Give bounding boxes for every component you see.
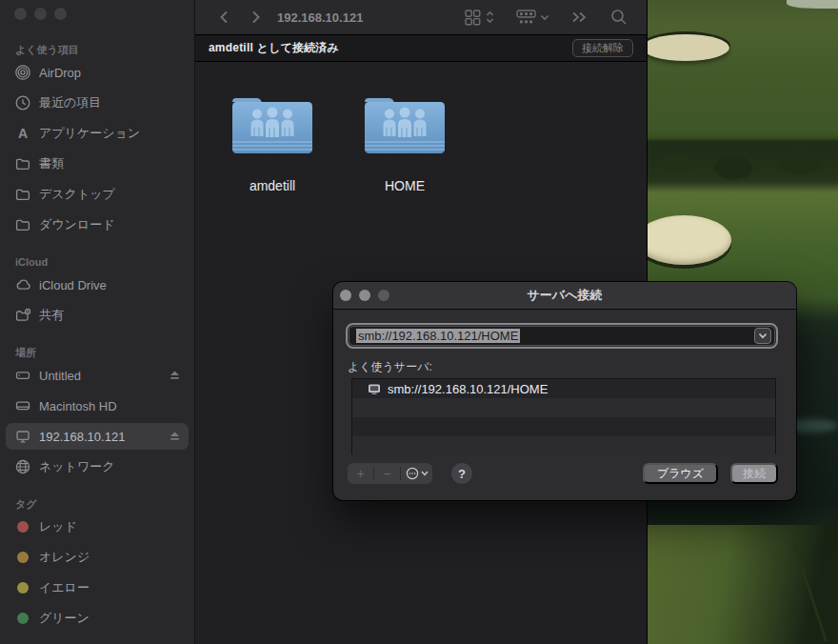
svg-text:A: A: [18, 126, 28, 141]
sidebar-item-label: 共有: [39, 307, 64, 324]
finder-sidebar: よく使う項目 AirDrop 最近の項目 A: [0, 0, 195, 644]
zoom-button[interactable]: [54, 8, 67, 20]
sidebar-section-locations: 場所: [0, 345, 194, 360]
sidebar-item-label: 192.168.10.121: [39, 430, 125, 444]
sidebar-item-tag-orange[interactable]: オレンジ: [6, 542, 189, 573]
help-button[interactable]: ?: [451, 463, 472, 484]
sidebar-item-label: オレンジ: [39, 549, 90, 566]
dialog-controls: + −: [348, 463, 778, 484]
favorite-server-row-empty[interactable]: [352, 436, 775, 455]
sidebar-item-label: Macintosh HD: [39, 399, 117, 413]
sidebar-item-server-192-168-10-121[interactable]: 192.168.10.121: [6, 423, 189, 450]
group-rows-icon: [516, 10, 536, 26]
dialog-body: smb://192.168.10.121/HOME よく使うサーバ:: [333, 310, 796, 500]
globe-icon: [12, 458, 33, 475]
wallpaper-tree-band: [648, 135, 838, 189]
eject-icon[interactable]: [169, 370, 181, 381]
up-down-chevrons-icon: [485, 10, 495, 25]
favorite-server-row[interactable]: smb://192.168.10.121/HOME: [352, 379, 775, 398]
sidebar-item-label: 最近の項目: [39, 94, 101, 111]
dialog-title: サーバへ接続: [333, 287, 796, 304]
view-mode-button[interactable]: [465, 10, 495, 26]
sidebar-item-label: レッド: [39, 518, 77, 535]
search-icon: [610, 9, 628, 26]
chevron-down-icon: [758, 332, 768, 339]
sidebar-item-label: アプリケーション: [39, 125, 140, 142]
sidebar-item-label: iCloud Drive: [39, 278, 107, 292]
remove-server-button[interactable]: −: [374, 463, 400, 484]
server-icon: [368, 383, 381, 395]
sidebar-item-applications[interactable]: A アプリケーション: [6, 118, 189, 149]
sidebar-item-desktop[interactable]: デスクトップ: [6, 179, 189, 210]
connect-button[interactable]: 接続: [730, 463, 778, 484]
airdrop-icon: [12, 64, 33, 81]
sidebar-item-label: デスクトップ: [39, 186, 115, 203]
folder-grid: amdetill: [195, 62, 647, 193]
close-button[interactable]: [340, 290, 351, 301]
favorite-servers-list: smb://192.168.10.121/HOME: [351, 378, 776, 454]
favorite-server-row-empty[interactable]: [352, 417, 775, 436]
folder-icon: [12, 216, 33, 233]
dialog-titlebar: サーバへ接続: [333, 282, 796, 310]
disconnect-button[interactable]: 接続解除: [572, 39, 633, 57]
sidebar-item-label: AirDrop: [39, 66, 81, 80]
more-toolbar-items-button[interactable]: [570, 10, 589, 25]
ellipsis-circle-icon: [406, 467, 419, 480]
internal-drive-icon: [12, 397, 33, 414]
more-options-button[interactable]: [401, 463, 432, 484]
window-title: 192.168.10.121: [277, 10, 363, 25]
sidebar-item-icloud-drive[interactable]: iCloud Drive: [6, 270, 189, 300]
forward-button[interactable]: [247, 9, 264, 26]
sidebar-item-untitled[interactable]: Untitled: [6, 360, 189, 391]
sidebar-item-tag-green[interactable]: グリーン: [6, 603, 189, 634]
back-button[interactable]: [216, 9, 233, 26]
sidebar-item-tag-yellow[interactable]: イエロー: [6, 573, 189, 603]
sidebar-item-label: ネットワーク: [39, 458, 115, 475]
wallpaper-distant-field: [787, 0, 838, 9]
sidebar-item-recents[interactable]: 最近の項目: [6, 88, 189, 118]
connect-to-server-dialog: サーバへ接続 smb://192.168.10.121/HOME よく使うサーバ…: [333, 282, 796, 500]
sidebar-item-documents[interactable]: 書類: [6, 149, 189, 179]
server-address-combobox[interactable]: smb://192.168.10.121/HOME: [349, 326, 775, 346]
eject-icon[interactable]: [169, 431, 181, 442]
sidebar-item-tag-red[interactable]: レッド: [6, 512, 189, 542]
sidebar-item-label: グリーン: [39, 610, 90, 627]
sidebar-section-tags: タグ: [0, 496, 194, 512]
folder-home[interactable]: HOME: [359, 92, 450, 193]
favorite-server-url: smb://192.168.10.121/HOME: [388, 382, 548, 396]
sidebar-item-macintosh-hd[interactable]: Macintosh HD: [6, 391, 189, 421]
shared-folder-icon: [12, 307, 33, 324]
sidebar-item-label: Untitled: [39, 369, 81, 383]
sidebar-item-airdrop[interactable]: AirDrop: [6, 57, 189, 88]
chevron-down-icon: [540, 14, 549, 21]
tag-red-icon: [17, 521, 29, 533]
connection-status-text: amdetill として接続済み: [209, 40, 339, 56]
screen: よく使う項目 AirDrop 最近の項目 A: [0, 0, 838, 644]
search-button[interactable]: [610, 9, 628, 26]
connection-status-bar: amdetill として接続済み 接続解除: [195, 34, 647, 62]
folder-name: HOME: [385, 178, 425, 193]
sidebar-item-label: ダウンロード: [39, 216, 115, 233]
external-drive-icon: [12, 367, 33, 384]
favorite-server-row-empty[interactable]: [352, 398, 775, 417]
sidebar-item-downloads[interactable]: ダウンロード: [6, 210, 189, 240]
minimize-button[interactable]: [34, 8, 47, 20]
wallpaper-sand-pond-top: [642, 34, 729, 61]
sidebar-section-favorites: よく使う項目: [0, 42, 194, 57]
minimize-button[interactable]: [359, 290, 370, 301]
shared-folder-icon: [229, 92, 316, 157]
browse-button[interactable]: ブラウズ: [643, 463, 718, 484]
close-button[interactable]: [14, 8, 27, 20]
sidebar-item-label: 書類: [39, 155, 64, 172]
zoom-button[interactable]: [378, 290, 389, 301]
applications-icon: A: [12, 125, 33, 142]
sidebar-item-label: イエロー: [39, 579, 90, 596]
sidebar-item-network[interactable]: ネットワーク: [6, 452, 189, 482]
add-server-button[interactable]: +: [348, 463, 373, 484]
folder-amdetill[interactable]: amdetill: [227, 92, 318, 193]
address-dropdown-button[interactable]: [754, 328, 771, 344]
favorite-servers-label: よく使うサーバ:: [348, 359, 432, 375]
sidebar-item-shared[interactable]: 共有: [6, 300, 189, 331]
group-by-button[interactable]: [516, 10, 549, 26]
folder-name: amdetill: [249, 178, 295, 193]
